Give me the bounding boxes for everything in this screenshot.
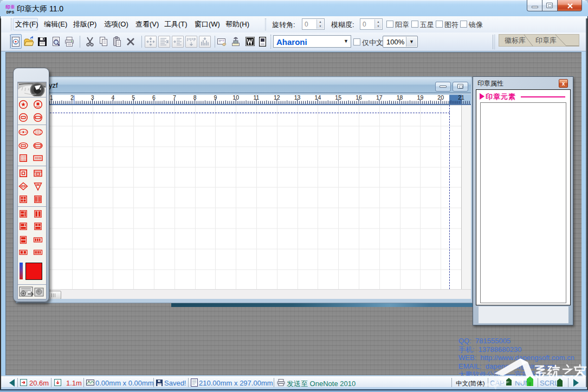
svg-text:12: 12: [274, 94, 280, 101]
svg-text:9: 9: [214, 94, 217, 101]
svg-text:21: 21: [458, 94, 464, 101]
svg-text:6: 6: [152, 94, 156, 101]
svg-text:20: 20: [437, 94, 444, 101]
svg-text:16: 16: [356, 94, 362, 101]
svg-text:19: 19: [417, 94, 424, 101]
svg-text:4: 4: [111, 94, 114, 101]
svg-text:8: 8: [193, 94, 197, 101]
svg-text:5: 5: [132, 94, 135, 101]
svg-text:3: 3: [91, 94, 94, 101]
svg-text:15: 15: [335, 94, 341, 101]
svg-text:2: 2: [70, 94, 74, 101]
svg-text:18: 18: [397, 94, 403, 101]
svg-text:13: 13: [294, 94, 301, 101]
svg-text:7: 7: [173, 94, 176, 101]
svg-text:徽标库: 徽标库: [505, 36, 526, 44]
svg-text:17: 17: [376, 94, 383, 101]
svg-text:10: 10: [232, 94, 239, 101]
svg-text:11: 11: [254, 94, 260, 101]
svg-text:1: 1: [50, 94, 53, 101]
svg-text:14: 14: [315, 94, 321, 101]
svg-text:印章库: 印章库: [535, 36, 557, 44]
